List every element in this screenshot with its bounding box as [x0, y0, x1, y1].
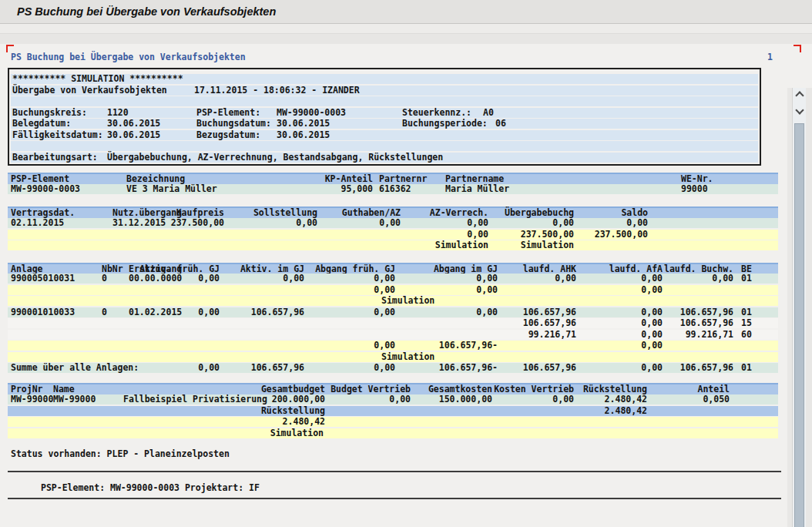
asset-area-row: 106.657,96 0,00 106.657,96 15 — [8, 318, 778, 328]
buchungsdatum-label: Buchungsdatum: — [196, 119, 271, 129]
contract-simulation-values-row: 0,00 237.500,00 237.500,00 — [8, 230, 778, 240]
buchungsperiode-value: 06 — [495, 119, 506, 129]
simulation-label: Simulation — [474, 240, 574, 250]
cell-saldo: 237.500,00 — [548, 230, 648, 240]
bezugsdatum-label: Bezugsdatum: — [196, 130, 260, 140]
scroll-up-button[interactable] — [794, 89, 805, 101]
window-titlebar: PS Buchung bei Übergabe von Verkaufsobje… — [0, 0, 812, 24]
cell-guthaben-az: 0,00 — [300, 218, 401, 228]
sim-line — [11, 141, 758, 151]
cell-aktiv-im-gj: 0,00 — [204, 274, 304, 284]
cell-abgang-im-gj: 106.657,96- — [398, 341, 498, 351]
bearbeitungsart-label: Bearbeitungsart: — [12, 153, 98, 163]
sim-line: ********** SIMULATION ********** — [11, 74, 758, 84]
cell-aktiv-im-gj: 106.657,96 — [204, 363, 304, 373]
cell-laufd-buchw: 106.657,96 — [633, 363, 733, 373]
cell-projnr: MW-99000 — [11, 394, 53, 404]
cell-laufd-ahk: 106.657,96 — [476, 307, 576, 317]
project-simulation-values-row: 2.480,42 — [8, 417, 778, 427]
project-row: MW-99000 MW-99000 Fallbeispiel Privatisi… — [8, 394, 778, 404]
cell-aktiv-im-gj: 106.657,96 — [204, 307, 304, 317]
cell-nbnr: 0 — [102, 307, 107, 317]
asset-simulation-values-row: 0,00 0,00 0,00 — [8, 285, 778, 295]
divider-line — [8, 498, 781, 499]
cell-saldo: 0,00 — [548, 218, 648, 228]
screen-corner-top-right-mark — [794, 45, 801, 52]
cell-vertragsdatum: 02.11.2015 — [11, 218, 64, 228]
steuerkennz-label: Steuerkennz.: — [402, 108, 471, 118]
cell-rueckstellung-sim: 2.480,42 — [225, 417, 325, 427]
sim-line: Fälligkeitsdatum: 30.06.2015 Bezugsdatum… — [11, 130, 758, 140]
sim-line: Bearbeitungsart: Übergabebuchung, AZ-Ver… — [11, 153, 758, 163]
report-heading-row: PS Buchung bei Übergabe von Verkaufsobje… — [8, 52, 778, 62]
report-heading: PS Buchung bei Übergabe von Verkaufsobje… — [11, 52, 246, 62]
partner-table-header: PSP-Element Bezeichnung KP-Anteil Partne… — [8, 173, 778, 184]
belegdatum-label: Belegdatum: — [12, 119, 71, 129]
simulation-label: Simulation — [381, 352, 435, 362]
sim-line: Buchungskreis: 1120 PSP-Element: MW-9900… — [11, 108, 758, 118]
scroll-down-button[interactable] — [794, 106, 805, 118]
cell-anteil: 0,050 — [629, 394, 730, 404]
cell-laufd-buchw: 0,00 — [633, 274, 733, 284]
status-line: Status vorhanden: PLEP - Planeinzelposte… — [11, 449, 230, 459]
contract-simulation-label-row: Simulation Simulation — [8, 240, 778, 250]
cell-laufd-afa: 0,00 — [562, 285, 663, 295]
buchungskreis-value: 1120 — [107, 108, 129, 118]
psp-element-value: MW-99000-0003 — [277, 108, 346, 118]
buchungsperiode-label: Buchungsperiode: — [402, 119, 488, 129]
cell-anlage: 990001010033 — [11, 307, 75, 317]
cell-laufd-ahk: 106.657,96 — [476, 363, 576, 373]
cell-abgang-frueh-gj: 0,00 — [295, 285, 395, 295]
scrollbar-thumb[interactable] — [794, 123, 804, 527]
cell-abgang-frueh-gj: 0,00 — [295, 341, 395, 351]
cell-anlage: 990005010031 — [11, 274, 75, 284]
cell-kaufpreis: 237.500,00 — [124, 218, 224, 228]
partner-table-row: MW-99000-0003 VE 3 Maria Müller 95,000 6… — [8, 184, 778, 194]
faelligkeitsdatum-label: Fälligkeitsdatum: — [12, 130, 103, 140]
asset-simulation-label-row: Simulation — [8, 352, 778, 362]
cell-be: 60 — [741, 330, 752, 340]
toolbar-strip — [0, 34, 812, 45]
cell-partnername: Maria Müller — [445, 184, 509, 194]
cell-laufd-buchw: 106.657,96 — [633, 307, 733, 317]
cell-nbnr: 0 — [102, 274, 107, 284]
sim-line: Belegdatum: 30.06.2015 Buchungsdatum: 30… — [11, 119, 758, 129]
sim-run-info: 17.11.2015 - 18:06:32 - IZANDER — [194, 86, 360, 96]
cell-kp-anteil: 95,000 — [273, 184, 373, 194]
cell-partnernr: 616362 — [379, 184, 411, 194]
asset-row: 990001010033 0 01.02.2015 0,00 106.657,9… — [8, 307, 778, 317]
sap-window: PS Buchung bei Übergabe von Verkaufsobje… — [0, 0, 812, 527]
sim-subject: Übergabe von Verkaufsobjekten — [12, 86, 167, 96]
vertical-scrollbar[interactable] — [792, 88, 806, 527]
page-number: 1 — [673, 52, 773, 62]
cell-abgang-im-gj: 0,00 — [398, 285, 498, 295]
menu-strip — [0, 24, 812, 34]
cell-be: 01 — [741, 274, 752, 284]
cell-laufd-ahk: 106.657,96 — [476, 318, 576, 328]
chevron-up-icon — [795, 91, 804, 99]
cell-be: 15 — [741, 318, 752, 328]
cell-abgang-frueh-gj: 0,00 — [295, 363, 395, 373]
cell-we-nr: 99000 — [681, 184, 708, 194]
bearbeitungsart-value: Übergabebuchung, AZ-Verrechnung, Bestand… — [107, 153, 443, 163]
buchungsdatum-value: 30.06.2015 — [277, 119, 330, 129]
asset-simulation-values-row: 0,00 106.657,96- 0,00 — [8, 341, 778, 351]
footer-row: PSP-Element: MW-99000-0003 Projektart: I… — [8, 483, 778, 493]
psp-element-label: PSP-Element: — [196, 108, 260, 118]
cell-abgang-frueh-gj: 0,00 — [295, 274, 395, 284]
cell-be: 01 — [741, 307, 752, 317]
rueckstellung-label: Rückstellung — [225, 406, 325, 416]
simulation-label: Simulation — [223, 428, 324, 438]
project-rueckstellung-row: Rückstellung 2.480,42 — [8, 406, 778, 416]
window-title: PS Buchung bei Übergabe von Verkaufsobje… — [17, 5, 276, 18]
contract-table-row: 02.11.2015 31.12.2015 237.500,00 0,00 0,… — [8, 218, 778, 228]
cell-name: MW-99000 — [53, 394, 96, 404]
buchungskreis-label: Buchungskreis: — [12, 108, 87, 118]
status-row: Status vorhanden: PLEP - Planeinzelposte… — [8, 449, 778, 459]
bezugsdatum-value: 30.06.2015 — [277, 130, 330, 140]
cell-bezeichnung: VE 3 Maria Müller — [126, 184, 217, 194]
simulation-banner: ********** SIMULATION ********** — [12, 74, 183, 84]
cell-abgang-frueh-gj: 0,00 — [295, 307, 395, 317]
cell-psp-element: MW-99000-0003 — [11, 184, 80, 194]
asset-simulation-label-row: Simulation — [8, 296, 778, 306]
